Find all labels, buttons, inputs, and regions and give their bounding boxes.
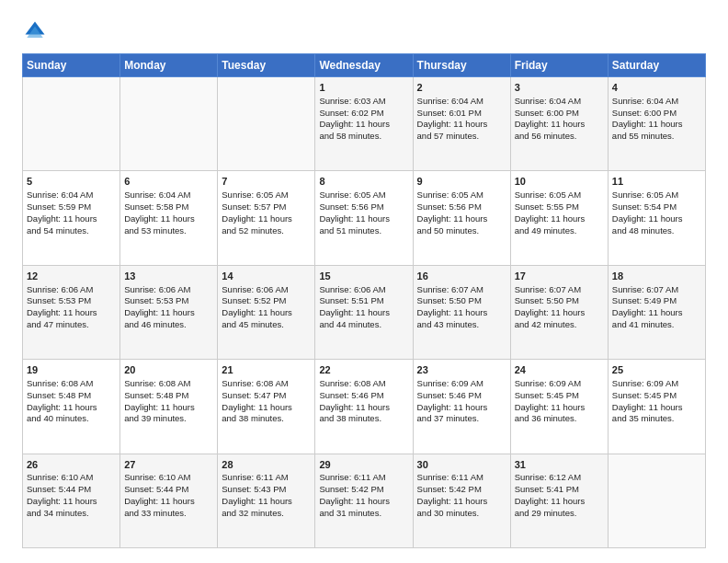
calendar-cell: 30Sunrise: 6:11 AMSunset: 5:42 PMDayligh… [413,454,510,547]
day-info: Sunset: 5:43 PM [222,484,311,496]
day-info: Daylight: 11 hours [27,402,116,414]
day-info: and 36 minutes. [515,413,604,425]
day-info: Sunset: 5:58 PM [124,201,213,213]
day-info: and 52 minutes. [222,225,311,237]
day-info: Sunrise: 6:11 AM [319,472,408,484]
calendar-cell [608,454,705,547]
calendar-cell: 6Sunrise: 6:04 AMSunset: 5:58 PMDaylight… [120,171,218,265]
day-info: Sunset: 5:45 PM [515,390,604,402]
day-info: Sunrise: 6:04 AM [612,96,701,108]
day-info: Sunrise: 6:09 AM [612,378,701,390]
day-info: Sunset: 5:50 PM [417,295,506,307]
day-number: 4 [612,81,701,95]
day-info: Sunrise: 6:08 AM [319,378,408,390]
day-info: and 43 minutes. [417,319,506,331]
day-info: and 38 minutes. [222,413,311,425]
day-info: Sunrise: 6:04 AM [27,190,116,201]
calendar-cell: 26Sunrise: 6:10 AMSunset: 5:44 PMDayligh… [23,454,120,547]
day-info: Sunrise: 6:06 AM [319,284,408,296]
day-info: Sunset: 5:53 PM [124,295,213,307]
calendar-header-monday: Monday [120,54,218,77]
day-number: 22 [319,363,408,377]
day-number: 15 [319,270,408,283]
day-info: Sunset: 5:57 PM [222,201,311,213]
day-info: Daylight: 11 hours [124,402,213,414]
day-number: 18 [612,270,701,283]
day-info: Sunset: 5:56 PM [417,201,506,213]
day-info: and 34 minutes. [27,508,116,520]
day-info: and 32 minutes. [222,508,311,520]
day-info: Sunset: 5:42 PM [319,484,408,496]
day-info: and 39 minutes. [124,413,213,425]
day-info: Daylight: 11 hours [612,402,701,414]
day-info: and 29 minutes. [515,508,604,520]
day-info: Sunset: 5:49 PM [612,295,701,307]
day-info: and 49 minutes. [515,225,604,237]
day-info: Daylight: 11 hours [222,307,311,319]
calendar-header-sunday: Sunday [23,54,120,77]
calendar-cell: 21Sunrise: 6:08 AMSunset: 5:47 PMDayligh… [218,360,315,454]
day-info: and 47 minutes. [27,319,116,331]
day-info: Sunset: 5:55 PM [515,201,604,213]
day-info: Daylight: 11 hours [222,213,311,225]
day-info: Sunset: 5:59 PM [27,201,116,213]
day-info: and 33 minutes. [124,508,213,520]
calendar-week-2: 12Sunrise: 6:06 AMSunset: 5:53 PMDayligh… [23,265,706,359]
calendar-cell: 3Sunrise: 6:04 AMSunset: 6:00 PMDaylight… [510,77,608,171]
day-info: Sunrise: 6:10 AM [27,472,116,484]
day-info: Daylight: 11 hours [27,307,116,319]
day-number: 17 [515,270,604,283]
calendar-cell: 4Sunrise: 6:04 AMSunset: 6:00 PMDaylight… [608,77,705,171]
day-info: Daylight: 11 hours [515,307,604,319]
calendar-cell: 25Sunrise: 6:09 AMSunset: 5:45 PMDayligh… [608,360,705,454]
calendar-cell: 18Sunrise: 6:07 AMSunset: 5:49 PMDayligh… [608,265,705,359]
day-number: 28 [222,458,311,472]
day-info: Daylight: 11 hours [417,402,506,414]
day-info: and 57 minutes. [417,131,506,143]
day-info: Sunrise: 6:05 AM [612,190,701,201]
day-info: Sunrise: 6:05 AM [417,190,506,201]
calendar-cell: 7Sunrise: 6:05 AMSunset: 5:57 PMDaylight… [218,171,315,265]
day-info: Sunset: 6:02 PM [319,108,408,120]
day-info: and 56 minutes. [515,131,604,143]
day-number: 23 [417,363,506,377]
day-number: 24 [515,363,604,377]
calendar-cell: 27Sunrise: 6:10 AMSunset: 5:44 PMDayligh… [120,454,218,547]
day-info: Daylight: 11 hours [515,402,604,414]
day-info: and 38 minutes. [319,413,408,425]
day-info: Sunset: 5:46 PM [417,390,506,402]
calendar-cell: 28Sunrise: 6:11 AMSunset: 5:43 PMDayligh… [218,454,315,547]
day-number: 12 [27,270,116,283]
calendar-cell [218,77,315,171]
calendar-cell: 5Sunrise: 6:04 AMSunset: 5:59 PMDaylight… [23,171,120,265]
day-info: Sunset: 5:51 PM [319,295,408,307]
calendar-cell [23,77,120,171]
day-info: Daylight: 11 hours [124,213,213,225]
calendar-week-3: 19Sunrise: 6:08 AMSunset: 5:48 PMDayligh… [23,360,706,454]
day-number: 7 [222,175,311,189]
day-info: Daylight: 11 hours [319,496,408,508]
day-info: Sunrise: 6:04 AM [515,96,604,108]
calendar-cell: 31Sunrise: 6:12 AMSunset: 5:41 PMDayligh… [510,454,608,547]
day-info: Sunrise: 6:05 AM [515,190,604,201]
day-info: and 58 minutes. [319,131,408,143]
day-info: Daylight: 11 hours [222,496,311,508]
calendar-week-1: 5Sunrise: 6:04 AMSunset: 5:59 PMDaylight… [23,171,706,265]
day-info: Sunset: 5:44 PM [124,484,213,496]
day-info: Sunrise: 6:04 AM [124,190,213,201]
day-info: Daylight: 11 hours [515,119,604,131]
day-number: 1 [319,81,408,95]
header [22,18,706,44]
calendar-cell: 24Sunrise: 6:09 AMSunset: 5:45 PMDayligh… [510,360,608,454]
day-info: Daylight: 11 hours [612,119,701,131]
day-info: and 40 minutes. [27,413,116,425]
calendar-cell: 10Sunrise: 6:05 AMSunset: 5:55 PMDayligh… [510,171,608,265]
calendar-header-tuesday: Tuesday [218,54,315,77]
day-info: Daylight: 11 hours [319,213,408,225]
day-info: and 51 minutes. [319,225,408,237]
calendar-cell: 15Sunrise: 6:06 AMSunset: 5:51 PMDayligh… [315,265,413,359]
day-info: Sunrise: 6:06 AM [124,284,213,296]
day-info: Daylight: 11 hours [612,213,701,225]
calendar-cell: 8Sunrise: 6:05 AMSunset: 5:56 PMDaylight… [315,171,413,265]
day-info: Sunrise: 6:06 AM [222,284,311,296]
